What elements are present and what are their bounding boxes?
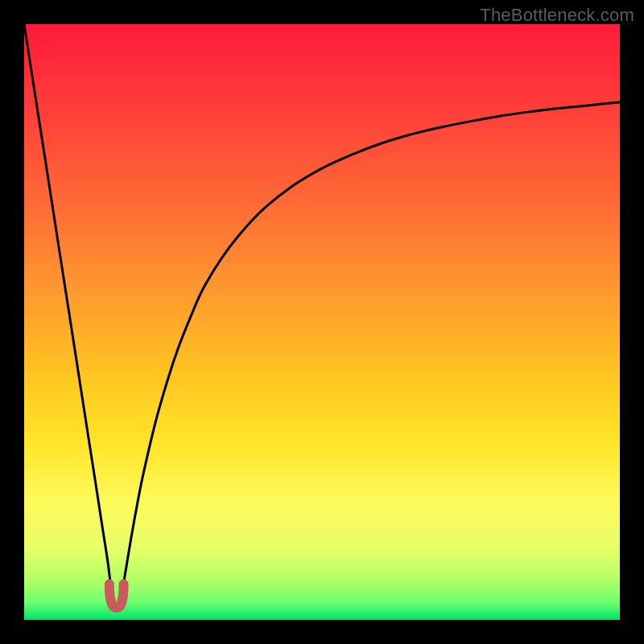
curve-layer: [24, 24, 620, 620]
chart-frame: TheBottleneck.com: [0, 0, 644, 644]
curve-right-branch: [119, 102, 620, 608]
plot-area: [24, 24, 620, 620]
curve-notch: [109, 584, 124, 609]
curve-left-branch: [24, 24, 114, 608]
watermark-text: TheBottleneck.com: [480, 5, 634, 26]
